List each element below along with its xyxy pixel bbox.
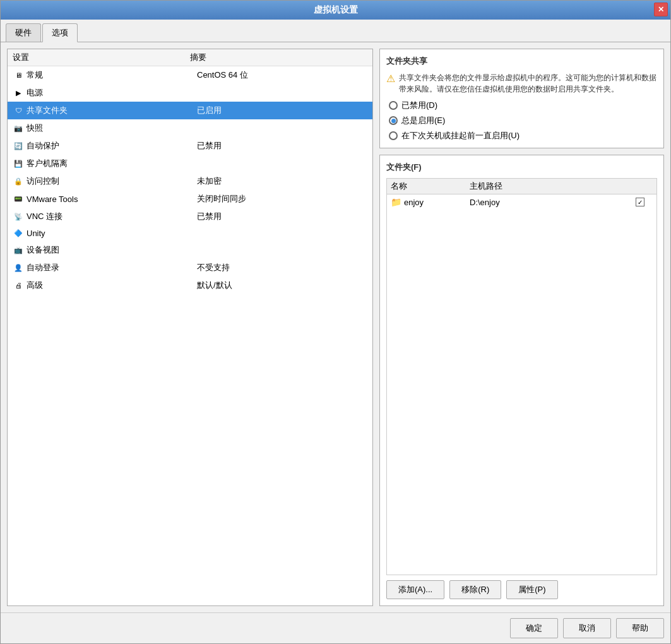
item-name-client_isolation: 客户机隔离	[27, 158, 197, 169]
radio-label-disabled: 已禁用(D)	[401, 100, 437, 111]
tab-hardware[interactable]: 硬件	[6, 23, 41, 42]
folders-table-body: 📁 enjoy D:\enjoy ✓	[387, 194, 656, 210]
item-icon-device_view: 📺	[13, 246, 24, 254]
settings-list-body: 🖥 常规 CentOS 64 位 ▶ 电源 🛡 共享文件夹 已启用 📷 快照 🔄…	[8, 66, 372, 605]
item-summary-vnc: 已禁用	[197, 211, 367, 222]
item-name-advanced: 高级	[27, 280, 197, 291]
item-icon-unity: 🔷	[13, 229, 24, 238]
bottom-btn-cancel[interactable]: 取消	[563, 618, 611, 638]
folder-btn-remove[interactable]: 移除(R)	[449, 580, 501, 599]
window: 虚拟机设置 ✕ 硬件 选项 设置 摘要 🖥 常规 CentOS 64 位 ▶ 电…	[0, 0, 671, 644]
radio-circle-until_poweroff	[389, 131, 398, 140]
list-item-general[interactable]: 🖥 常规 CentOS 64 位	[8, 66, 372, 84]
title-bar: 虚拟机设置 ✕	[1, 1, 670, 20]
folder-buttons: 添加(A)...移除(R)属性(P)	[386, 580, 657, 599]
main-area: 设置 摘要 🖥 常规 CentOS 64 位 ▶ 电源 🛡 共享文件夹 已启用 …	[7, 49, 664, 606]
item-name-access_control: 访问控制	[27, 176, 197, 187]
list-item-vmware_tools[interactable]: 📟 VMware Tools 关闭时间同步	[8, 190, 372, 208]
bottom-bar: 确定取消帮助	[1, 612, 670, 643]
item-name-unity: Unity	[27, 229, 197, 238]
list-item-unity[interactable]: 🔷 Unity	[8, 225, 372, 241]
item-icon-access_control: 🔒	[13, 177, 24, 186]
folder-checkbox[interactable]: ✓	[636, 198, 644, 206]
folder-sharing-title: 文件夹共享	[386, 56, 657, 67]
item-name-power: 电源	[27, 87, 197, 98]
item-icon-power: ▶	[13, 88, 24, 97]
list-item-client_isolation[interactable]: 💾 客户机隔离	[8, 155, 372, 172]
list-item-shared_folder[interactable]: 🛡 共享文件夹 已启用	[8, 102, 372, 119]
folders-section: 文件夹(F) 名称 主机路径 📁 enjoy D:\enjoy ✓	[379, 155, 664, 606]
main-content: 设置 摘要 🖥 常规 CentOS 64 位 ▶ 电源 🛡 共享文件夹 已启用 …	[1, 42, 670, 612]
radio-circle-always_on	[389, 116, 398, 125]
col-summary-header: 摘要	[190, 52, 367, 63]
list-item-vnc[interactable]: 📡 VNC 连接 已禁用	[8, 208, 372, 225]
bottom-btn-help[interactable]: 帮助	[616, 618, 664, 638]
tabs-bar: 硬件 选项	[1, 20, 670, 42]
item-name-vmware_tools: VMware Tools	[27, 194, 197, 204]
item-name-shared_folder: 共享文件夹	[27, 105, 197, 116]
item-name-vnc: VNC 连接	[27, 211, 197, 222]
folders-table: 名称 主机路径 📁 enjoy D:\enjoy ✓	[386, 178, 657, 575]
item-name-general: 常规	[27, 69, 197, 81]
item-name-autologin: 自动登录	[27, 262, 197, 273]
item-icon-vnc: 📡	[13, 212, 24, 221]
radio-always_on[interactable]: 总是启用(E)	[389, 115, 657, 126]
warning-text: 共享文件夹会将您的文件显示给虚拟机中的程序。这可能为您的计算机和数据带来风险。请…	[399, 72, 657, 95]
folder-col-path: 主机路径	[470, 181, 627, 192]
item-summary-general: CentOS 64 位	[197, 69, 367, 81]
tab-options[interactable]: 选项	[42, 23, 78, 42]
folder-path: D:\enjoy	[470, 198, 627, 207]
folders-title: 文件夹(F)	[386, 162, 657, 173]
list-item-device_view[interactable]: 📺 设备视图	[8, 241, 372, 259]
list-header: 设置 摘要	[8, 49, 372, 66]
item-summary-shared_folder: 已启用	[197, 105, 367, 116]
item-summary-autologin: 不受支持	[197, 262, 367, 273]
col-name-header: 设置	[13, 52, 190, 63]
item-summary-access_control: 未加密	[197, 176, 367, 187]
item-icon-autoprotect: 🔄	[13, 141, 24, 150]
settings-list-panel: 设置 摘要 🖥 常规 CentOS 64 位 ▶ 电源 🛡 共享文件夹 已启用 …	[7, 49, 373, 606]
folder-btn-add[interactable]: 添加(A)...	[386, 580, 444, 599]
item-icon-advanced: 🖨	[13, 281, 24, 290]
sharing-options: 已禁用(D) 总是启用(E) 在下次关机或挂起前一直启用(U)	[386, 100, 657, 141]
radio-label-always_on: 总是启用(E)	[401, 115, 445, 126]
radio-until_poweroff[interactable]: 在下次关机或挂起前一直启用(U)	[389, 130, 657, 141]
warning-row: ⚠ 共享文件夹会将您的文件显示给虚拟机中的程序。这可能为您的计算机和数据带来风险…	[386, 72, 657, 95]
right-panel: 文件夹共享 ⚠ 共享文件夹会将您的文件显示给虚拟机中的程序。这可能为您的计算机和…	[379, 49, 664, 606]
radio-label-until_poweroff: 在下次关机或挂起前一直启用(U)	[401, 130, 520, 141]
folder-name: enjoy	[404, 198, 424, 207]
item-name-snapshot: 快照	[27, 122, 197, 134]
bottom-btn-ok[interactable]: 确定	[510, 618, 558, 638]
item-icon-client_isolation: 💾	[13, 159, 24, 168]
item-icon-general: 🖥	[13, 71, 24, 80]
item-icon-snapshot: 📷	[13, 124, 24, 133]
folder-col-name: 名称	[391, 181, 470, 192]
folder-btn-properties[interactable]: 属性(P)	[506, 580, 557, 599]
close-button[interactable]: ✕	[654, 3, 668, 16]
list-item-advanced[interactable]: 🖨 高级 默认/默认	[8, 277, 372, 294]
item-icon-autologin: 👤	[13, 263, 24, 272]
item-icon-shared_folder: 🛡	[13, 106, 24, 115]
folder-icon: 📁	[391, 197, 401, 207]
item-summary-autoprotect: 已禁用	[197, 140, 367, 152]
list-item-access_control[interactable]: 🔒 访问控制 未加密	[8, 172, 372, 190]
list-item-power[interactable]: ▶ 电源	[8, 84, 372, 102]
item-icon-vmware_tools: 📟	[13, 194, 24, 203]
list-item-autologin[interactable]: 👤 自动登录 不受支持	[8, 259, 372, 277]
item-summary-advanced: 默认/默认	[197, 280, 367, 291]
folder-sharing-section: 文件夹共享 ⚠ 共享文件夹会将您的文件显示给虚拟机中的程序。这可能为您的计算机和…	[379, 49, 664, 148]
item-name-autoprotect: 自动保护	[27, 140, 197, 152]
folder-col-enabled	[627, 181, 653, 192]
list-item-autoprotect[interactable]: 🔄 自动保护 已禁用	[8, 137, 372, 155]
item-name-device_view: 设备视图	[27, 244, 197, 256]
window-title: 虚拟机设置	[314, 4, 358, 16]
folders-table-header: 名称 主机路径	[387, 179, 656, 194]
radio-disabled[interactable]: 已禁用(D)	[389, 100, 657, 111]
folder-row-enjoy[interactable]: 📁 enjoy D:\enjoy ✓	[387, 194, 656, 210]
radio-circle-disabled	[389, 101, 398, 110]
warning-icon: ⚠	[386, 73, 395, 95]
list-item-snapshot[interactable]: 📷 快照	[8, 119, 372, 137]
item-summary-vmware_tools: 关闭时间同步	[197, 193, 367, 205]
